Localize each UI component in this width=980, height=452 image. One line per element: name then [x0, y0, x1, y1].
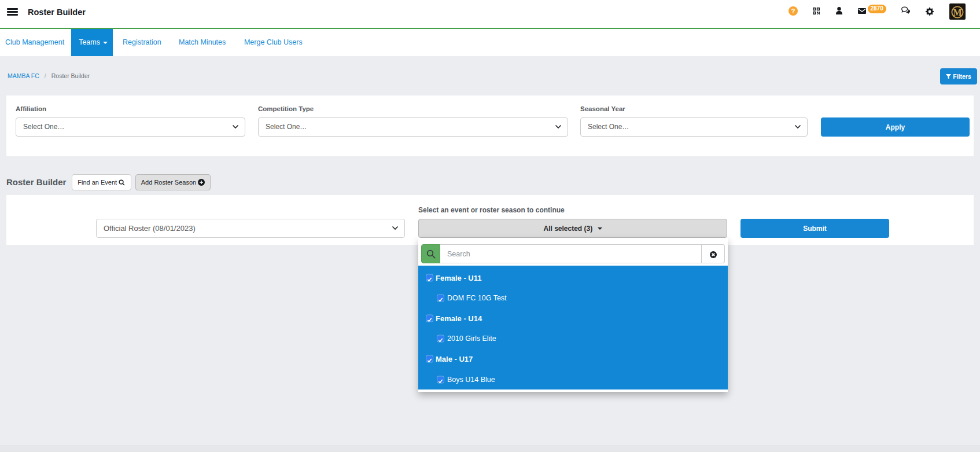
- svg-text:M: M: [953, 8, 961, 17]
